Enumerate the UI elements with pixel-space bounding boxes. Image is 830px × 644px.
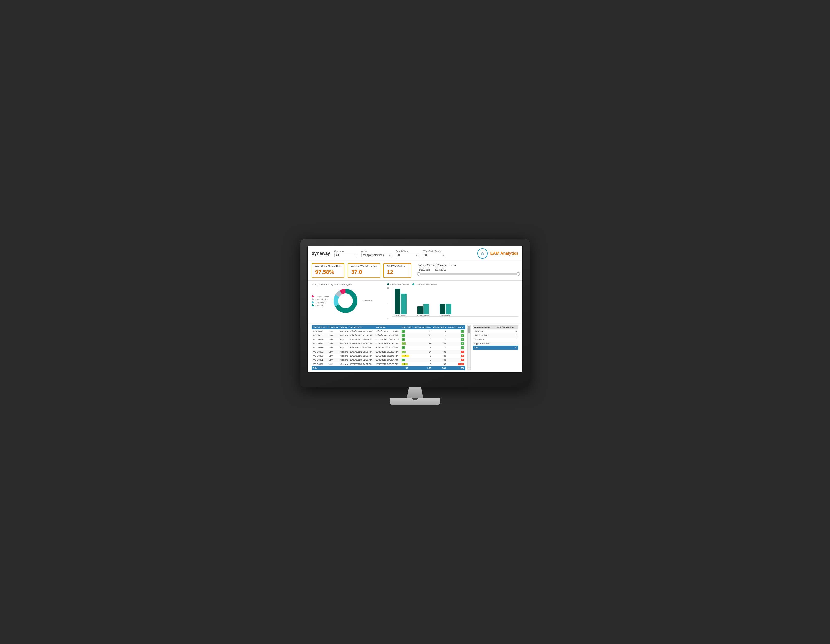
side-table-body: Corrective 8 Corrective NB 1 Preventive … <box>472 329 518 350</box>
preventive-label: Preventive <box>315 301 325 303</box>
variance-bar: 8 <box>461 330 464 333</box>
avg-age-card: Average Work Order Age 37.0 <box>347 263 380 278</box>
cell-actual-end: 10/29/2018 6:49:24 AM <box>374 358 401 362</box>
cell-actual-end: 3/28/2019 10:17:00 AM <box>374 346 401 350</box>
active-filter-group: Active Multiple selections ▾ <box>361 250 392 257</box>
company-select[interactable]: All ▾ <box>334 253 357 257</box>
priority-chevron-icon: ▾ <box>416 254 417 256</box>
created-dot <box>387 283 389 286</box>
date-range-title: Work Order Created Time <box>418 263 518 267</box>
cell-actual-end: 10/31/2018 7:52:05 AM <box>374 333 401 338</box>
slider-fill <box>418 273 518 274</box>
side-cell-type: Corrective NB <box>472 333 496 338</box>
avg-age-label: Average Work Order Age <box>351 265 377 268</box>
closure-rate-label: Work Order Closure Rate <box>315 265 341 268</box>
variance-bar: 1 <box>461 346 464 349</box>
priority-label: PriorityName <box>396 250 419 252</box>
total-label: Total <box>312 366 401 370</box>
dashboard: dynaway Company All ▾ Active Multiple se… <box>307 246 523 372</box>
active-select[interactable]: Multiple selections ▾ <box>361 253 392 257</box>
col-created: CreatedTime <box>349 325 375 329</box>
corrective-pointer: ← Corrective <box>361 300 372 301</box>
header-right: ⌂ EAM Analytics <box>477 248 518 259</box>
type-select[interactable]: All ▾ <box>423 253 446 257</box>
legend-item-preventive: Preventive <box>312 301 329 303</box>
cell-variance: 9 <box>447 338 466 342</box>
type-summary-table: .WorkOrderTypeId Total_WorkOrders Correc… <box>472 325 518 350</box>
cell-wo-id: WO-00077 <box>312 342 328 346</box>
cell-criticality: Low <box>328 362 339 366</box>
cell-actual: 0 <box>432 338 447 342</box>
donut-legend: Supplier Service Corrective NB Preventiv… <box>312 295 329 306</box>
cell-wo-id: WO-00072 <box>312 362 328 366</box>
closure-rate-value: 97.58% <box>315 269 341 275</box>
cell-priority: High <box>339 346 348 350</box>
col-wo-id: Work Order ID <box>312 325 328 329</box>
preventive-dot <box>312 301 314 303</box>
cell-actual: 0 <box>432 333 447 338</box>
october-created-bar <box>395 289 401 314</box>
side-cell-count: 1 <box>496 333 518 338</box>
cell-days: 0 <box>401 346 413 350</box>
cell-wo-id: WO-00048 <box>312 338 328 342</box>
cell-actual-end: 10/28/2018 4:35:02 PM <box>374 329 401 333</box>
cell-variance: -50 <box>447 362 466 366</box>
cell-variance: 8 <box>447 329 466 333</box>
bar-group-october: 2018 October <box>395 289 407 316</box>
cell-days: 3 <box>401 362 413 366</box>
slider-thumb-right[interactable] <box>516 272 520 276</box>
scrollbar-thumb[interactable] <box>468 326 470 333</box>
active-chevron-icon: ▾ <box>389 254 390 256</box>
company-filter-group: Company All ▾ <box>334 250 357 257</box>
stand-neck <box>405 387 425 398</box>
priority-value: All <box>398 254 401 257</box>
home-icon: ⌂ <box>481 251 484 256</box>
col-days: Days Open <box>401 325 413 329</box>
logo: dynaway <box>312 251 330 256</box>
cell-actual: 23 <box>432 358 447 362</box>
type-filter-group: .WorkOrderTypeId All ▾ <box>423 250 446 257</box>
monitor: dynaway Company All ▾ Active Multiple se… <box>301 239 529 405</box>
variance-bar: -50 <box>458 363 464 365</box>
cell-criticality: Low <box>328 354 339 358</box>
cell-actual-end: 10/30/2018 3:29:03 PM <box>374 362 401 366</box>
bar-group-november: 2018 November <box>417 304 429 316</box>
cell-actual: 0 <box>432 346 447 350</box>
march-label: 2019 March <box>441 315 450 316</box>
cell-scheduled: 24 <box>413 350 432 354</box>
supplier-dot <box>312 295 314 297</box>
col-criticality: Criticality <box>328 325 339 329</box>
kpi-row: Work Order Closure Rate 97.58% Average W… <box>307 261 523 281</box>
days-bar: 1 <box>401 330 405 333</box>
bar-chart-wrapper: 10 5 0 <box>387 287 518 320</box>
cell-variance: 8 <box>447 342 466 346</box>
days-bar: 3 <box>401 363 408 365</box>
days-bar: 2 <box>401 343 405 345</box>
cell-days: 0 <box>401 338 413 342</box>
priority-select[interactable]: All ▾ <box>396 253 419 257</box>
table-row: WO-00048 Low High 10/12/2018 12:49:39 PM… <box>312 338 466 342</box>
side-table-row: Supplier Service 1 <box>472 342 518 346</box>
table-scrollbar[interactable]: ▾ <box>467 325 470 370</box>
active-value: Multiple selections <box>363 254 384 257</box>
col-actual-end: ActualEnd <box>374 325 401 329</box>
cell-wo-id: WO-00109 <box>312 333 328 338</box>
cell-actual: 32 <box>432 350 447 354</box>
cell-days: 1 <box>401 358 413 362</box>
table-section: Work Order ID Criticality Priority Creat… <box>307 323 523 372</box>
home-button[interactable]: ⌂ <box>477 248 488 259</box>
table-row: WO-00072 Low Medium 10/27/2018 3:24:22 P… <box>312 362 466 366</box>
bar-chart-inner: 2018 October 2018 November <box>392 287 518 317</box>
total-scheduled: 233 <box>413 366 432 370</box>
slider-thumb-left[interactable] <box>417 272 420 276</box>
type-chevron-icon: ▾ <box>443 254 444 256</box>
date-range-slider[interactable] <box>418 273 518 274</box>
cell-wo-id: WO-00263 <box>312 346 328 350</box>
scroll-down-icon[interactable]: ▾ <box>469 367 470 370</box>
company-chevron-icon: ▾ <box>355 254 355 256</box>
completed-legend: Completed Work Orders <box>412 283 437 286</box>
cell-scheduled: 5 <box>413 358 432 362</box>
y-label-10: 10 <box>387 287 389 289</box>
correctivenb-label: Corrective NB <box>315 298 328 300</box>
company-value: All <box>336 254 339 257</box>
